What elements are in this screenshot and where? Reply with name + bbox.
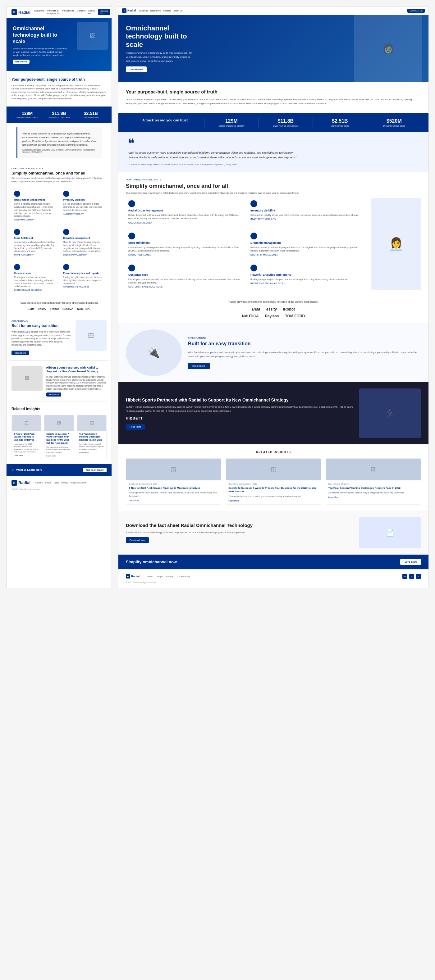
right-quote-section: ❝ "With its strong customer value propos… bbox=[118, 132, 429, 172]
left-footer-cta: ○ Want to Learn More Talk to an Expert bbox=[6, 464, 112, 476]
right-suite-link-0[interactable]: ORDER MANAGEMENT → bbox=[128, 222, 242, 224]
analytics-icon bbox=[63, 264, 69, 270]
right-footer-cta-button[interactable]: Let's Start bbox=[400, 559, 421, 565]
rp-dropship-icon bbox=[250, 232, 257, 239]
right-download-content: Download the fact sheet Radial Omnichann… bbox=[126, 523, 353, 543]
brand-nautica: NAUTICA bbox=[77, 307, 90, 310]
left-suite-header: Our Omnichannel Suite Simplify omnichann… bbox=[6, 167, 112, 183]
right-suite-grid-container: Radial Order Management Deliver the perf… bbox=[118, 198, 429, 295]
right-suite-item-4: Customer care Elevate your customer care… bbox=[126, 262, 244, 290]
left-insight-img-2: 🖼 bbox=[77, 415, 106, 431]
rp-store-icon bbox=[128, 232, 135, 239]
left-insight-title-2: Top Peak Season Planning Challenges Reta… bbox=[79, 433, 104, 442]
left-case-study-title: Hibbett Sports Partnered with Radial to … bbox=[46, 366, 107, 374]
left-suite-item-0: Radial Order Management Deliver the perf… bbox=[11, 188, 57, 223]
right-footer-social: in t f bbox=[402, 574, 421, 579]
right-insight-link-0[interactable]: Learn More bbox=[129, 499, 218, 501]
left-insight-text-1: We capture several tips on which you can… bbox=[46, 446, 72, 454]
linkedin-icon[interactable]: in bbox=[402, 574, 407, 579]
rp-nav-careers[interactable]: Careers bbox=[163, 10, 171, 12]
left-suite-link-2[interactable]: STORE FULFILLMENT → bbox=[14, 254, 55, 256]
left-case-study-button[interactable]: Read More bbox=[46, 393, 61, 396]
rp-footer-legal[interactable]: Legal bbox=[157, 575, 163, 578]
left-case-study-content: Hibbett Sports Partnered with Radial to … bbox=[46, 366, 107, 396]
left-suite-link-3[interactable]: DROPSHIP MANAGEMENT → bbox=[63, 254, 104, 256]
footer-link-events[interactable]: Events bbox=[45, 482, 51, 484]
right-nav: R Radial Solutions Resources Careers Abo… bbox=[118, 6, 429, 15]
right-suite-link-5[interactable]: REPORTING AND ANALYTICS → bbox=[250, 282, 364, 285]
rp-footer-cookie[interactable]: Cookie Policy bbox=[177, 575, 190, 578]
right-insight-content-0: Blog | Sep, September 24, 2019 5 Tips fo… bbox=[126, 480, 221, 504]
right-suite-desc: Our comprehensive omnichannel retail tec… bbox=[126, 191, 421, 195]
rp-footer-careers[interactable]: Careers bbox=[146, 575, 153, 578]
brand-essity: essity bbox=[38, 307, 46, 310]
footer-link-careers[interactable]: Careers bbox=[35, 482, 43, 484]
right-brands-title: Radial provides omnichannel technology f… bbox=[126, 300, 421, 303]
footer-link-privacy[interactable]: Privacy bbox=[61, 482, 68, 484]
right-insight-link-1[interactable]: Learn More bbox=[228, 500, 318, 502]
left-suite-title-2: Store fulfillment bbox=[14, 237, 55, 239]
left-suite-text-2: Increase sales by allowing customers to … bbox=[14, 241, 55, 253]
left-suite-link-4[interactable]: CUSTOMER CARE SOLUTIONS → bbox=[14, 289, 55, 291]
nav-about[interactable]: About Us bbox=[88, 9, 94, 15]
left-hero-cta[interactable]: Get Started bbox=[13, 60, 30, 64]
rp-nav-about[interactable]: About Us bbox=[174, 10, 182, 12]
left-suite-link-0[interactable]: ORDER MANAGEMENT → bbox=[14, 219, 55, 221]
right-suite-title-4: Customer care bbox=[128, 273, 242, 276]
right-integrations-button[interactable]: Integrations bbox=[188, 363, 210, 369]
right-suite-link-4[interactable]: CUSTOMER CARE SOLUTIONS → bbox=[128, 286, 242, 288]
rp-nav-solutions[interactable]: Solutions bbox=[139, 10, 148, 12]
right-nav-links: Solutions Resources Careers About Us bbox=[139, 10, 404, 12]
left-suite-link-1[interactable]: INVENTORY VISIBILITY → bbox=[63, 213, 104, 215]
right-quote-text: "With its strong customer value proposit… bbox=[128, 151, 302, 160]
left-quote-source: Quadrant Knowledge Solutions SPARK Matri… bbox=[22, 149, 97, 153]
left-suite-item-4: Customer care Elevate your customer care… bbox=[11, 261, 57, 293]
left-nav-cta-button[interactable]: Contact Us bbox=[98, 9, 110, 15]
rp-footer-privacy[interactable]: Privacy bbox=[166, 575, 174, 578]
right-insight-link-2[interactable]: Learn More bbox=[328, 496, 418, 498]
right-suite-link-3[interactable]: DROPSHIP MANAGEMENT → bbox=[250, 254, 364, 256]
right-suite-image: 👩‍💼 bbox=[371, 198, 421, 290]
right-case-study-text: In 2017, Hibbett Sports was a leading at… bbox=[126, 405, 354, 413]
left-quote: With its strong customer value propositi… bbox=[16, 127, 102, 158]
nav-partners[interactable]: Partners & Integrations bbox=[47, 9, 60, 15]
left-integrations-button[interactable]: Integrations bbox=[11, 351, 29, 355]
left-insight-link-2[interactable]: Learn More bbox=[79, 452, 104, 454]
right-stat-1: $11.8B Sales from all OMS clients bbox=[259, 118, 313, 127]
rp-nav-resources[interactable]: Resources bbox=[150, 10, 161, 12]
right-stat-3: $520M Dropship fulfilled sales bbox=[367, 118, 421, 127]
inventory-icon bbox=[63, 191, 69, 197]
left-suite-link-5[interactable]: REPORTING AND ANALYTICS → bbox=[63, 286, 104, 288]
right-footer: R Radial Careers Legal Privacy Cookie Po… bbox=[118, 569, 429, 588]
facebook-icon[interactable]: f bbox=[416, 574, 421, 579]
right-case-study-image: 🏃‍♀️ bbox=[359, 388, 421, 438]
right-download-button[interactable]: Download Now bbox=[126, 537, 149, 543]
right-footer-links: Careers Legal Privacy Cookie Policy bbox=[146, 575, 190, 578]
rp-brand-essity: essity bbox=[266, 307, 277, 312]
twitter-icon[interactable]: t bbox=[409, 574, 414, 579]
nav-careers[interactable]: Careers bbox=[77, 9, 86, 15]
right-hero-cta[interactable]: Get Started bbox=[126, 67, 147, 72]
right-track-record-title: A track record you can trust bbox=[128, 118, 202, 122]
footer-link-legal[interactable]: Legal bbox=[54, 482, 59, 484]
left-insight-link-0[interactable]: Learn More bbox=[14, 455, 39, 457]
nav-solutions[interactable]: Solutions bbox=[34, 9, 45, 15]
right-insight-img-0: 🖼 bbox=[126, 459, 221, 480]
right-case-study-button[interactable]: Read More bbox=[126, 424, 145, 430]
left-footer-cta-button[interactable]: Talk to an Expert bbox=[83, 468, 107, 472]
dropship-icon bbox=[63, 229, 69, 235]
right-suite-link-2[interactable]: STORE FULFILLMENT → bbox=[128, 254, 242, 256]
right-insight-text-1: We capture several tips on which you can… bbox=[228, 495, 318, 498]
footer-link-integration[interactable]: Integration Center bbox=[70, 482, 86, 484]
right-insight-img-1: 🖼 bbox=[226, 459, 321, 480]
left-stat-2: $2.51B Store fulfilled sales bbox=[75, 111, 107, 118]
right-suite-item-1: Inventory visibility Get real-time visib… bbox=[248, 198, 366, 226]
right-nav-cta-button[interactable]: CONTACT US bbox=[407, 9, 425, 13]
nav-resources[interactable]: Resources bbox=[62, 9, 74, 15]
right-stat-num-0: 129M bbox=[207, 118, 256, 124]
left-stat-num-2: $2.51B bbox=[75, 111, 107, 116]
right-suite-link-1[interactable]: INVENTORY VISIBILITY → bbox=[250, 218, 364, 220]
right-panel: R Radial Solutions Resources Careers Abo… bbox=[118, 6, 429, 588]
left-footer-links: Careers Events Legal Privacy Integration… bbox=[35, 482, 86, 484]
left-insight-link-1[interactable]: Learn More bbox=[46, 455, 72, 457]
